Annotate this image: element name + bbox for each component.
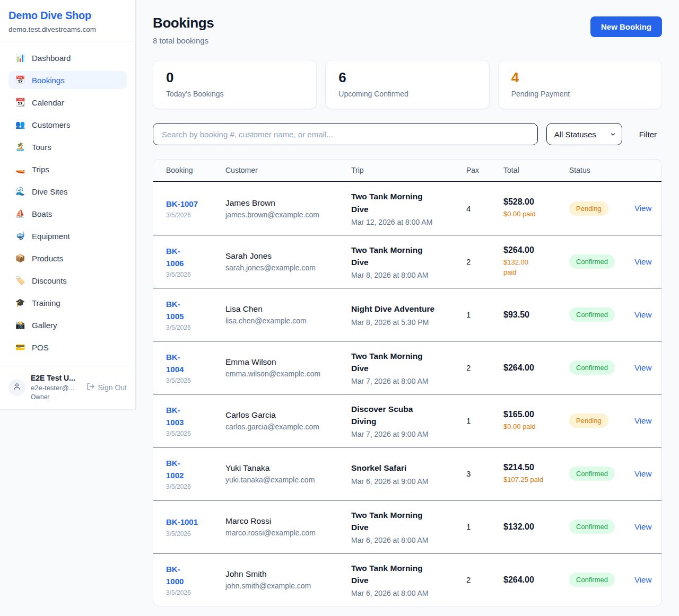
customer-name: Carlos Garcia [225,410,351,420]
sidebar-item-dashboard[interactable]: 📊 Dashboard [8,49,127,67]
stat-card: 6 Upcoming Confirmed [325,60,489,109]
table-body: BK-1007 3/5/2026 James Brown james.brown… [153,182,661,606]
booking-date: 3/5/2026 [166,324,225,331]
table-header-row: Booking Customer Trip Pax Total Status [153,160,661,182]
user-role: Owner [31,393,75,401]
booking-id-link[interactable]: BK- 1005 [166,298,184,323]
sidebar-item-training[interactable]: 🎓 Training [8,294,127,312]
trip-name: Two Tank Morning Dive [351,562,466,587]
sidebar-item-customers[interactable]: 👥 Customers [8,116,127,134]
sidebar-item-pos[interactable]: 💳 POS [8,338,127,356]
filter-button[interactable]: Filter [634,126,662,143]
column-header-booking: Booking [166,166,225,174]
booking-id-link[interactable]: BK- 1000 [166,563,184,588]
trip-datetime: Mar 8, 2026 at 5:30 PM [351,318,466,327]
status-badge: Confirmed [569,254,615,269]
label-tag-icon: 🏷️ [15,276,25,285]
sidebar-item-tours[interactable]: 🏝️ Tours [8,138,127,156]
status-badge: Pending [569,201,608,216]
customer-email: lisa.chen@example.com [225,316,351,325]
sidebar-item-calendar[interactable]: 📆 Calendar [8,93,127,111]
booking-id-link[interactable]: BK- 1002 [166,457,184,482]
nav-item-label: Training [32,298,60,307]
view-link[interactable]: View [634,575,651,584]
pax-count: 3 [466,469,503,478]
camera-flash-icon: 📸 [15,320,25,330]
sidebar: Demo Dive Shop demo.test.divestreams.com… [0,0,136,409]
booking-id-link[interactable]: BK-1001 [166,516,198,528]
sidebar-item-boats[interactable]: ⛵ Boats [8,205,127,223]
view-link[interactable]: View [634,310,651,319]
diving-mask-icon: 🤿 [15,231,25,241]
total-amount: $214.50 [503,463,569,472]
customer-email: marco.rossi@example.com [225,529,351,537]
view-link[interactable]: View [634,257,651,266]
nav-item-label: Dive Sites [32,187,68,196]
sidebar-item-equipment[interactable]: 🤿 Equipment [8,227,127,245]
trip-datetime: Mar 7, 2026 at 8:00 AM [351,377,466,385]
total-amount: $132.00 [503,522,569,532]
sidebar-item-gallery[interactable]: 📸 Gallery [8,316,127,334]
trip-datetime: Mar 6, 2026 at 8:00 AM [351,589,466,597]
customer-name: John Smith [225,569,351,579]
page-header: Bookings 8 total bookings New Booking [153,15,662,45]
customer-email: john.smith@example.com [225,582,351,590]
trip-name: Two Tank Morning Dive [351,190,466,215]
sign-out-button[interactable]: Sign Out [86,382,127,392]
booking-id-link[interactable]: BK- 1003 [166,404,184,429]
booking-id-link[interactable]: BK- 1006 [166,245,184,270]
status-badge: Pending [569,413,608,428]
stat-label: Upcoming Confirmed [338,90,476,98]
bookings-table: Booking Customer Trip Pax Total Status B… [153,159,662,606]
nav-item-label: Customers [32,120,71,129]
pax-count: 4 [466,204,503,213]
booking-id-link[interactable]: BK-1007 [166,198,198,210]
sailboat-icon: ⛵ [15,209,25,218]
controls-row: All Statuses Filter [153,123,662,145]
paid-amount: $0.00 paid [503,209,569,219]
sidebar-item-trips[interactable]: 🚤 Trips [8,160,127,178]
total-amount: $264.00 [503,575,569,585]
user-name: E2E Test U... [31,374,75,382]
view-link[interactable]: View [634,204,651,213]
people-icon: 👥 [15,120,25,129]
paid-amount: $132.00 paid [503,258,569,278]
search-input[interactable] [153,123,538,145]
column-header-pax: Pax [466,166,503,174]
nav-item-label: Gallery [32,321,57,330]
nav-item-label: Equipment [32,232,70,241]
sidebar-item-bookings[interactable]: 📅 Bookings [8,71,127,89]
table-row: BK-1007 3/5/2026 James Brown james.brown… [153,182,661,235]
sign-out-label: Sign Out [98,383,127,392]
sidebar-item-products[interactable]: 📦 Products [8,249,127,267]
sidebar-item-discounts[interactable]: 🏷️ Discounts [8,271,127,289]
pax-count: 1 [466,522,503,531]
view-link[interactable]: View [634,522,651,531]
status-filter-select[interactable]: All Statuses [546,123,622,145]
view-link[interactable]: View [634,363,651,372]
sidebar-item-dive-sites[interactable]: 🌊 Dive Sites [8,182,127,200]
view-link[interactable]: View [634,416,651,425]
pax-count: 2 [466,363,503,372]
user-email: e2e-tester@... [31,384,75,392]
view-link[interactable]: View [634,469,651,478]
trip-datetime: Mar 6, 2026 at 9:00 AM [351,477,466,486]
new-booking-button[interactable]: New Booking [590,16,662,37]
booking-id-link[interactable]: BK- 1004 [166,351,184,376]
calendar-icon: 📅 [15,75,25,85]
brand-block: Demo Dive Shop demo.test.divestreams.com [0,0,135,41]
trip-name: Two Tank Morning Dive [351,244,466,269]
total-amount: $528.00 [503,197,569,207]
shop-domain: demo.test.divestreams.com [8,25,127,33]
table-row: BK- 1006 3/5/2026 Sarah Jones sarah.jone… [153,235,661,288]
customer-name: Sarah Jones [225,251,351,261]
total-amount: $264.00 [503,245,569,255]
page-title: Bookings [153,15,214,31]
wave-icon: 🌊 [15,187,25,196]
total-amount: $93.50 [503,310,569,320]
table-row: BK- 1004 3/5/2026 Emma Wilson emma.wilso… [153,341,661,394]
customer-email: sarah.jones@example.com [225,263,351,272]
main-content: Bookings 8 total bookings New Booking 0 … [136,0,679,616]
customer-name: James Brown [225,198,351,208]
booking-date: 3/5/2026 [166,212,225,219]
